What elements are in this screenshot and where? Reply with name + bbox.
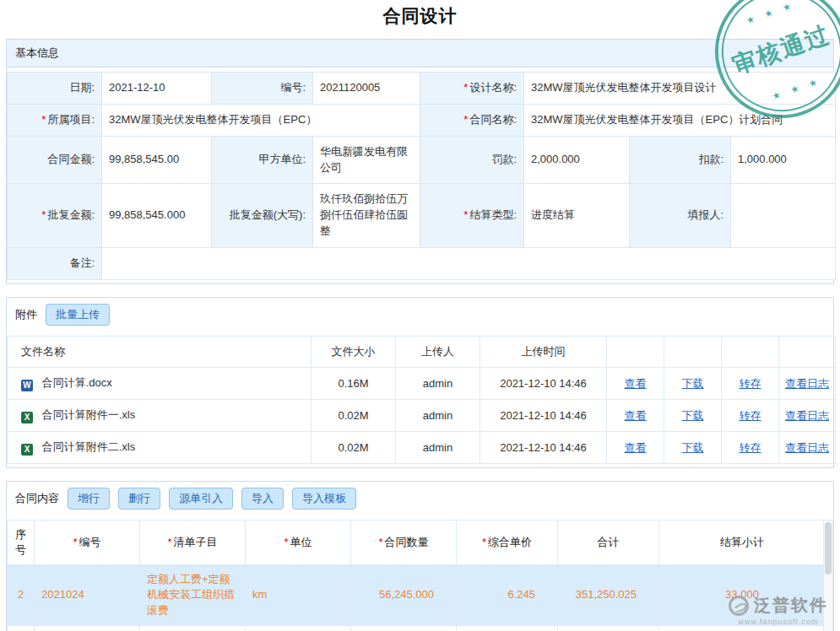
contract-header-row: 序号 *编号 *清单子目 *单位 *合同数量 *综合单价 合计 结算小计 (8, 520, 826, 565)
brand-watermark: 泛普软件 www.fanpusoft.com (729, 594, 828, 626)
col-action-log (779, 337, 836, 368)
required-mark: * (482, 536, 486, 548)
contract-row[interactable]: 3 2021025 安全文明施工费 m 6,542.000 6.890 45,0… (8, 625, 826, 631)
action-cell: 转存 (722, 400, 779, 432)
required-mark: * (73, 536, 77, 548)
file-size: 0.02M (312, 432, 396, 464)
contract-table-wrap: 序号 *编号 *清单子目 *单位 *合同数量 *综合单价 合计 结算小计 2 2… (7, 520, 833, 631)
file-name-cell: 合同计算附件一.xls (8, 400, 312, 432)
file-name: 合同计算.docx (42, 376, 112, 389)
required-mark: * (378, 536, 382, 548)
required-mark: * (167, 536, 171, 548)
basic-info-row: 备注: (8, 247, 836, 279)
basic-info-row: 日期: 2021-12-10 编号: 2021120005 *设计名称: 32M… (8, 73, 836, 105)
download-link[interactable]: 下载 (682, 409, 704, 422)
batch-upload-button[interactable]: 批量上传 (46, 304, 110, 326)
transfer-link[interactable]: 转存 (740, 409, 761, 422)
contract-table: 序号 *编号 *清单子目 *单位 *合同数量 *综合单价 合计 结算小计 2 2… (7, 520, 826, 631)
col-settlement-subtotal: 结算小计 (659, 520, 826, 565)
col-item: *清单子目 (140, 520, 246, 565)
preparer-label: 填报人: (630, 184, 731, 248)
attachments-section: 附件 批量上传 文件名称 文件大小 上传人 上传时间 (6, 297, 834, 468)
excel-file-icon (21, 444, 33, 456)
row-unit: km (246, 565, 351, 626)
col-code: *编号 (35, 520, 140, 565)
col-upload-time: 上传时间 (480, 337, 607, 368)
party-a-value: 华电新疆发电有限公司 (313, 136, 420, 184)
word-file-icon (21, 380, 33, 391)
col-unit: *单位 (246, 520, 351, 565)
approved-amount-value: 99,858,545.000 (102, 184, 212, 248)
import-button[interactable]: 导入 (241, 488, 284, 510)
approved-amount-label-text: 批复金额: (47, 208, 95, 221)
col-uploader: 上传人 (396, 337, 480, 368)
deduction-label: 扣款: (630, 136, 731, 184)
view-log-link[interactable]: 查看日志 (785, 441, 829, 454)
required-mark: * (463, 81, 468, 94)
excel-file-icon (21, 412, 33, 423)
code-label: 编号: (212, 73, 313, 105)
file-uploader: admin (396, 432, 480, 464)
row-unit: m (246, 625, 351, 631)
transfer-link[interactable]: 转存 (740, 377, 761, 390)
attachments-header-row: 文件名称 文件大小 上传人 上传时间 (8, 337, 836, 368)
contract-row-selected[interactable]: 2 2021024 定额人工费+定额机械安装工组织措滚费 km 56,245.0… (8, 565, 826, 626)
file-size: 0.02M (312, 400, 396, 432)
basic-info-row: *所属项目: 32MW屋顶光伏发电整体开发项目（EPC） *合同名称: 32MW… (8, 104, 836, 136)
download-link[interactable]: 下载 (682, 441, 704, 454)
action-cell: 查看日志 (779, 432, 836, 464)
party-a-label: 甲方单位: (212, 136, 313, 184)
source-import-button[interactable]: 源单引入 (169, 488, 233, 510)
action-cell: 下载 (664, 368, 722, 400)
view-link[interactable]: 查看 (625, 441, 647, 454)
contract-content-title: 合同内容 (15, 491, 59, 506)
col-seq: 序号 (8, 520, 35, 565)
contract-content-section: 合同内容 增行 删行 源单引入 导入 导入模板 序号 *编号 *清单子目 *单位… (6, 481, 834, 631)
add-row-button[interactable]: 增行 (68, 488, 110, 510)
row-item: 安全文明施工费 (140, 625, 246, 631)
transfer-link[interactable]: 转存 (740, 441, 761, 454)
action-cell: 查看 (607, 400, 664, 432)
action-cell: 下载 (664, 432, 722, 464)
required-mark: * (284, 536, 288, 548)
contract-amount-value: 99,858,545.00 (102, 136, 212, 184)
file-uploader: admin (396, 400, 480, 432)
fanpu-logo-icon (729, 596, 749, 616)
page-title: 合同设计 (0, 4, 840, 28)
row-code: 2021025 (35, 625, 140, 631)
col-unit-price-label: 综合单价 (488, 536, 532, 548)
scrollbar-thumb[interactable] (825, 522, 832, 574)
basic-info-row: 合同金额: 99,858,545.00 甲方单位: 华电新疆发电有限公司 罚款:… (8, 136, 836, 184)
remark-value (102, 247, 836, 279)
settlement-type-label: *结算类型: (420, 184, 524, 248)
view-log-link[interactable]: 查看日志 (785, 409, 829, 422)
delete-row-button[interactable]: 删行 (118, 488, 160, 510)
project-value: 32MW屋顶光伏发电整体开发项目（EPC） (102, 104, 420, 136)
action-cell: 转存 (722, 432, 779, 464)
file-name: 合同计算附件二.xls (42, 440, 136, 453)
view-log-link[interactable]: 查看日志 (785, 377, 829, 390)
design-name-label-text: 设计名称: (469, 81, 517, 94)
action-cell: 查看日志 (779, 368, 836, 400)
file-upload-time: 2021-12-10 14:46 (480, 368, 607, 400)
action-cell: 查看日志 (779, 400, 836, 432)
row-total: 351,250.025 (558, 565, 659, 626)
row-seq: 2 (8, 565, 35, 626)
attachments-table: 文件名称 文件大小 上传人 上传时间 合同计算.docx 0.16M (7, 336, 836, 464)
import-template-button[interactable]: 导入模板 (292, 488, 356, 510)
col-quantity: *合同数量 (351, 520, 457, 565)
remark-label: 备注: (8, 247, 102, 279)
design-name-value: 32MW屋顶光伏发电整体开发项目设计 (524, 73, 836, 105)
col-unit-label: 单位 (290, 536, 312, 548)
view-link[interactable]: 查看 (625, 409, 647, 422)
download-link[interactable]: 下载 (682, 377, 704, 390)
basic-info-table: 日期: 2021-12-10 编号: 2021120005 *设计名称: 32M… (7, 72, 836, 280)
row-quantity: 6,542.000 (351, 625, 457, 631)
file-uploader: admin (396, 368, 480, 400)
contract-name-label: *合同名称: (420, 104, 524, 136)
col-file-size: 文件大小 (312, 337, 396, 368)
deduction-value: 1,000.000 (731, 136, 836, 184)
basic-info-row: *批复金额: 99,858,545.000 批复金额(大写): 玖仟玖佰捌拾伍万… (8, 184, 836, 248)
col-quantity-label: 合同数量 (385, 536, 429, 548)
view-link[interactable]: 查看 (625, 377, 647, 390)
